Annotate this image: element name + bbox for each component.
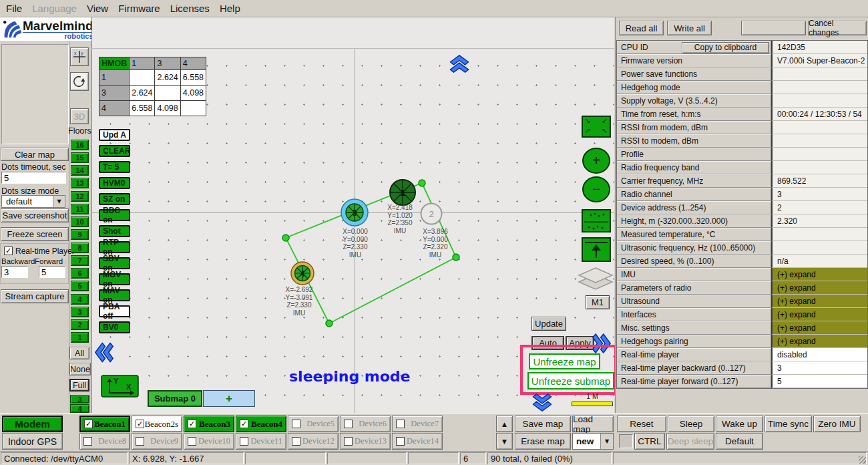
tabs-scroll-down-button[interactable]: ▼ — [496, 433, 513, 450]
backward-input[interactable] — [1, 266, 28, 278]
menu-licenses[interactable]: Licenses — [170, 3, 210, 14]
tab-modem[interactable]: Modem — [2, 416, 63, 432]
floor-button-15[interactable]: 15 — [71, 152, 89, 163]
toggle-sz[interactable]: SZ on — [99, 193, 130, 205]
ctrl-button[interactable]: CTRL — [634, 433, 665, 450]
expand-row-value[interactable]: (+) expand — [771, 281, 867, 295]
tab-checkbox[interactable] — [396, 437, 405, 446]
toggle-hvm0[interactable]: HVM0 — [99, 177, 130, 189]
submap-0-button[interactable]: Submap 0 — [148, 390, 202, 407]
cancel-changes-button[interactable]: Cancel changes — [808, 21, 867, 35]
read-all-button[interactable]: Read all — [619, 21, 664, 35]
floor-button-3[interactable]: 3 — [71, 307, 89, 317]
tab-device10[interactable]: Device10 — [184, 433, 234, 450]
layers-button[interactable] — [576, 265, 615, 295]
expand-row-value[interactable]: (+) expand — [771, 335, 867, 348]
floor-button-12[interactable]: 12 — [71, 191, 89, 202]
view-3d-button[interactable]: 3D — [70, 108, 89, 124]
chevron-down-icon[interactable]: ▼ — [53, 196, 65, 207]
tab-checkbox[interactable]: ✓ — [136, 420, 144, 428]
floor-button-16[interactable]: 16 — [71, 140, 89, 150]
tabs-scroll-up-button[interactable]: ▲ — [496, 416, 513, 432]
floor-button-9[interactable]: 9 — [71, 229, 89, 240]
tab-checkbox[interactable] — [292, 437, 300, 446]
tab-checkbox[interactable] — [292, 420, 300, 428]
save-screenshot-button[interactable]: Save screenshot — [1, 208, 69, 222]
chevron-up-icon[interactable] — [447, 54, 471, 73]
default-button[interactable]: Default — [716, 433, 763, 450]
ctrl-checkbox[interactable] — [619, 434, 633, 448]
floor-button-1[interactable]: 1 — [71, 332, 89, 343]
upload-map-button[interactable] — [582, 237, 611, 262]
submap-floor-3[interactable]: 3 — [70, 395, 89, 404]
zoom-in-button[interactable]: + — [582, 148, 610, 174]
tab-checkbox[interactable] — [188, 437, 196, 446]
tab-device7[interactable]: Device7 — [392, 416, 443, 432]
floor-button-10[interactable]: 10 — [71, 216, 89, 227]
floor-button-5[interactable]: 5 — [71, 281, 89, 291]
toggle-shot[interactable]: Shot — [99, 225, 130, 237]
zero-imu-button[interactable]: Zero IMU — [813, 416, 861, 432]
menu-help[interactable]: Help — [220, 3, 240, 14]
reset-button[interactable]: Reset — [617, 416, 666, 432]
tab-device9[interactable]: Device9 — [132, 433, 182, 450]
toggle-upd-a[interactable]: Upd A — [99, 129, 130, 141]
tab-checkbox[interactable] — [136, 437, 144, 446]
toggle-mgv[interactable]: MGV on — [99, 273, 130, 285]
tab-device13[interactable]: Device13 — [340, 433, 391, 450]
zoom-out-button[interactable]: − — [582, 176, 610, 202]
floors-none-button[interactable]: None — [69, 363, 91, 375]
tab-device14[interactable]: Device14 — [392, 433, 443, 450]
rotate-view-button[interactable] — [70, 72, 89, 91]
expand-row-value[interactable]: (+) expand — [771, 295, 867, 308]
stream-capture-button[interactable]: Stream capture — [1, 289, 69, 303]
forward-input[interactable] — [39, 266, 65, 278]
tab-checkbox[interactable] — [83, 437, 92, 446]
tab-checkbox[interactable]: ✓ — [188, 420, 196, 428]
toggle-bv0[interactable]: BV0 — [99, 321, 130, 333]
menu-file[interactable]: File — [6, 3, 22, 14]
tab-beacon4[interactable]: ✓ Beacon4 — [236, 416, 286, 432]
toggle-mav[interactable]: MAV on — [99, 289, 130, 301]
time-sync-button[interactable]: Time sync — [765, 416, 812, 432]
toggle-pba[interactable]: PBA off — [99, 305, 130, 317]
floors-full-button[interactable]: Full — [69, 379, 89, 392]
m1-button[interactable]: M1 — [586, 295, 610, 309]
toggle-t5[interactable]: T= 5 — [99, 161, 130, 173]
floor-button-11[interactable]: 11 — [71, 204, 89, 214]
floor-button-14[interactable]: 14 — [71, 165, 89, 176]
copy-to-clipboard-button[interactable]: Copy to clipboard — [682, 42, 769, 53]
unfreeze-submap-button[interactable]: Unfreeze submap — [527, 372, 614, 390]
expand-row-value[interactable]: (+) expand — [771, 321, 867, 335]
dots-timeout-input[interactable] — [1, 172, 66, 184]
update-button[interactable]: Update — [531, 317, 566, 331]
wake-up-button[interactable]: Wake up — [716, 416, 763, 432]
freeze-screen-button[interactable]: Freeze screen — [1, 227, 69, 241]
floor-button-13[interactable]: 13 — [71, 178, 89, 188]
expand-row-value[interactable]: (+) expand — [771, 268, 867, 281]
floor-button-6[interactable]: 6 — [71, 268, 89, 279]
toggle-bdc[interactable]: BDC on — [99, 209, 130, 221]
toggle-rtp[interactable]: RTP on — [99, 241, 130, 253]
tab-checkbox[interactable] — [344, 437, 353, 446]
chevron-left-icon[interactable] — [93, 342, 116, 363]
floor-button-2[interactable]: 2 — [71, 319, 89, 330]
resize-grip[interactable] — [859, 456, 866, 464]
dots-size-dropdown[interactable]: default ▼ — [1, 195, 65, 208]
toggle-sbv[interactable]: SBV on — [99, 257, 130, 269]
tab-checkbox[interactable]: ✓ — [84, 420, 93, 428]
tab-device5[interactable]: Device5 — [288, 416, 339, 432]
toggle-clear[interactable]: CLEAR — [99, 145, 130, 157]
tab-checkbox[interactable] — [240, 437, 248, 446]
realtime-player-checkbox[interactable]: ✓ — [4, 247, 13, 255]
submap-floor-4[interactable]: 4 — [70, 404, 89, 413]
floor-button-7[interactable]: 7 — [71, 255, 89, 266]
tab-checkbox[interactable]: ✓ — [240, 420, 248, 428]
expand-row-value[interactable]: (+) expand — [771, 308, 867, 321]
load-map-button[interactable]: Load map — [572, 416, 614, 432]
save-map-button[interactable]: Save map — [515, 416, 571, 432]
floors-all-button[interactable]: All — [69, 347, 89, 359]
sleep-button[interactable]: Sleep — [668, 416, 714, 432]
chevron-down-icon[interactable]: ▼ — [600, 434, 613, 449]
axes-view-button[interactable]: x y — [70, 47, 89, 66]
